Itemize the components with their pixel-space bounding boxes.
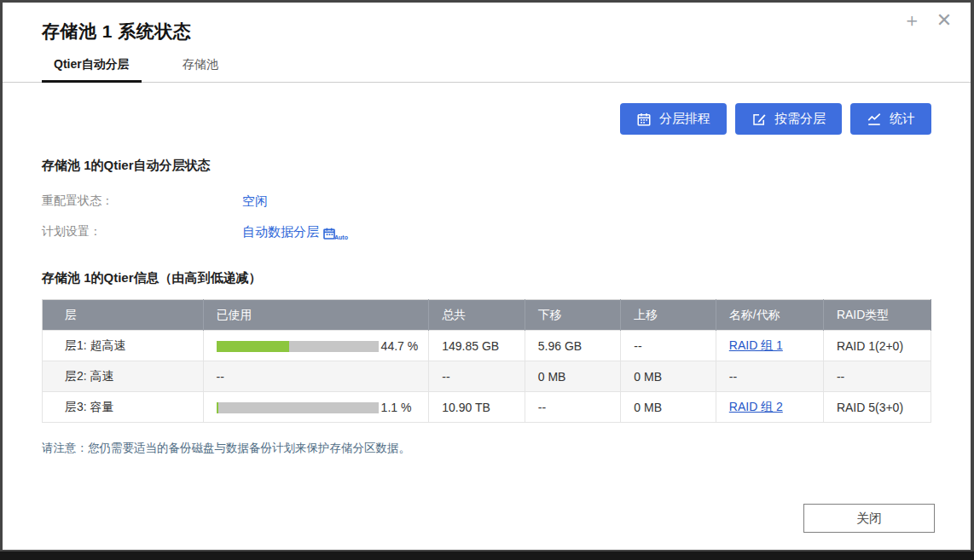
status-fields: 重配置状态： 空闲 计划设置： 自动数据分层 — [42, 186, 931, 247]
col-header-tier: 层 — [43, 300, 204, 331]
reconfig-status-value: 空闲 — [242, 193, 268, 210]
tier-info-table: 层 已使用 总共 下移 上移 名称/代称 RAID类型 层1: 超高速 44.7… — [42, 299, 931, 423]
tab-qtier-auto-tiering[interactable]: Qtier自动分层 — [42, 57, 142, 83]
calendar-auto-icon[interactable]: Auto — [322, 227, 348, 240]
col-header-move-down: 下移 — [525, 300, 621, 331]
window-controls: ＋ ✕ — [901, 9, 955, 32]
move-down-cell: -- — [525, 392, 621, 423]
raid-group-link[interactable]: RAID 组 1 — [729, 338, 783, 352]
used-cell: 44.7 % — [203, 331, 429, 361]
close-button[interactable]: 关闭 — [803, 504, 935, 533]
statistics-button[interactable]: 统计 — [850, 103, 931, 135]
table-row-tier2: 层2: 高速 -- -- 0 MB 0 MB -- -- — [43, 361, 931, 392]
reconfig-status-label: 重配置状态： — [42, 193, 242, 209]
move-up-cell: -- — [621, 331, 716, 361]
toolbar: 分层排程 按需分层 统计 — [42, 103, 931, 135]
tab-storage-pool[interactable]: 存储池 — [171, 57, 230, 82]
raid-type-cell: RAID 5(3+0) — [823, 392, 931, 423]
name-cell: RAID 组 1 — [716, 331, 823, 361]
usage-progress-fill — [217, 402, 218, 413]
on-demand-tiering-button[interactable]: 按需分层 — [735, 103, 842, 135]
raid-group-link[interactable]: RAID 组 2 — [729, 400, 783, 413]
col-header-raid-type: RAID类型 — [823, 300, 931, 331]
calendar-icon — [636, 112, 652, 127]
name-cell: -- — [716, 361, 823, 392]
usage-progress-fill — [217, 341, 289, 352]
tier-cell: 层1: 超高速 — [43, 331, 204, 361]
qtier-status-heading: 存储池 1的Qtier自动分层状态 — [42, 158, 931, 174]
dialog-content: 分层排程 按需分层 统计 — [3, 103, 971, 456]
on-demand-tiering-label: 按需分层 — [774, 111, 826, 127]
col-header-used: 已使用 — [203, 300, 429, 331]
edit-icon — [751, 112, 767, 127]
close-window-icon[interactable]: ✕ — [933, 9, 955, 32]
move-up-cell: 0 MB — [621, 361, 716, 392]
move-down-cell: 5.96 GB — [525, 331, 621, 361]
usage-percent-label: 44.7 % — [381, 339, 419, 353]
plan-settings-link[interactable]: 自动数据分层 — [242, 224, 319, 240]
col-header-move-up: 上移 — [621, 300, 716, 331]
background-window-edge — [0, 551, 974, 560]
move-down-cell: 0 MB — [525, 361, 621, 392]
col-header-total: 总共 — [429, 300, 525, 331]
auto-badge-label: Auto — [334, 234, 348, 240]
raid-type-cell: RAID 1(2+0) — [823, 331, 931, 361]
used-cell: -- — [203, 361, 429, 392]
qtier-info-heading: 存储池 1的Qtier信息（由高到低递减） — [42, 270, 931, 286]
raid-group-link: -- — [729, 370, 737, 384]
float-window-icon[interactable]: ＋ — [901, 9, 923, 32]
backup-note: 请注意：您仍需要适当的备份磁盘与数据备份计划来保护存储分区数据。 — [42, 441, 931, 456]
tiering-schedule-button[interactable]: 分层排程 — [620, 103, 727, 135]
dialog-footer: 关闭 — [803, 504, 935, 533]
statistics-label: 统计 — [890, 111, 915, 127]
usage-percent-label: -- — [217, 370, 224, 384]
tier-cell: 层2: 高速 — [43, 361, 204, 392]
usage-percent-label: 1.1 % — [381, 401, 412, 414]
plan-settings-row: 计划设置： 自动数据分层 Auto — [42, 216, 931, 247]
name-cell: RAID 组 2 — [716, 392, 823, 423]
total-cell: 10.90 TB — [429, 392, 525, 423]
plan-settings-value[interactable]: 自动数据分层 Auto — [242, 224, 348, 240]
page-title: 存储池 1 系统状态 — [42, 20, 931, 43]
usage-progress-bar — [217, 341, 379, 352]
table-row-tier1: 层1: 超高速 44.7 % 149.85 GB 5.96 GB -- RAID… — [43, 331, 931, 361]
total-cell: 149.85 GB — [429, 331, 525, 361]
tier-cell: 层3: 容量 — [43, 392, 204, 423]
usage-progress-bar — [217, 402, 379, 413]
table-row-tier3: 层3: 容量 1.1 % 10.90 TB -- 0 MB RAID 组 2 R… — [43, 392, 931, 423]
titlebar: 存储池 1 系统状态 ＋ ✕ — [3, 3, 971, 43]
line-chart-icon — [867, 112, 882, 127]
col-header-name-alias: 名称/代称 — [716, 300, 823, 331]
plan-settings-label: 计划设置： — [42, 224, 242, 240]
used-cell: 1.1 % — [203, 392, 429, 423]
tab-bar: Qtier自动分层 存储池 — [3, 57, 971, 83]
table-header-row: 层 已使用 总共 下移 上移 名称/代称 RAID类型 — [43, 300, 931, 331]
storage-pool-status-dialog: 存储池 1 系统状态 ＋ ✕ Qtier自动分层 存储池 — [3, 3, 971, 550]
raid-type-cell: -- — [823, 361, 931, 392]
move-up-cell: 0 MB — [621, 392, 716, 423]
reconfig-status-row: 重配置状态： 空闲 — [42, 186, 931, 216]
total-cell: -- — [429, 361, 525, 392]
tiering-schedule-label: 分层排程 — [659, 111, 710, 127]
